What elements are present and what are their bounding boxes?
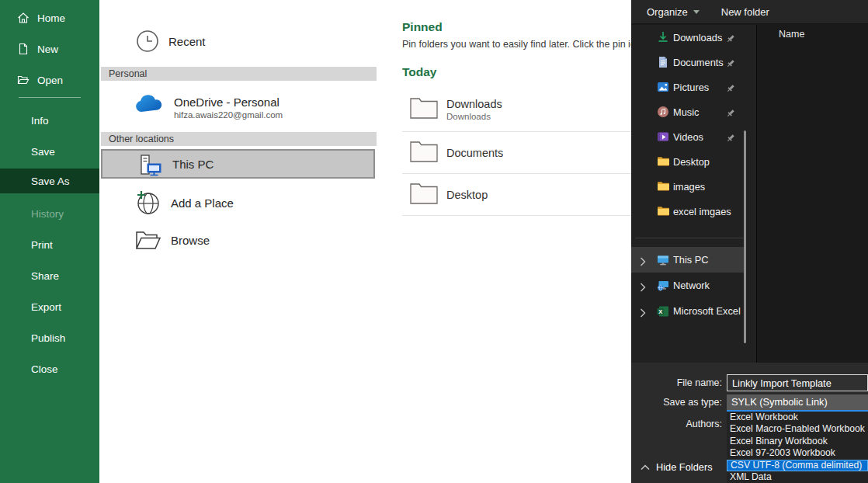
onedrive-cloud-icon xyxy=(134,95,163,115)
pinned-folder-documents[interactable]: Documents xyxy=(402,133,631,174)
save-as-type-label: Save as type: xyxy=(637,397,722,408)
name-column-header[interactable]: Name xyxy=(779,29,804,40)
dialog-footer: File name: Save as type: SYLK (Symbolic … xyxy=(631,363,868,483)
organize-button[interactable]: Organize xyxy=(647,6,700,18)
open-folder-icon xyxy=(17,74,30,86)
home-icon xyxy=(17,12,30,24)
add-a-place-label: Add a Place xyxy=(171,196,234,210)
recent-item[interactable]: Recent xyxy=(101,23,375,59)
sidebar-item-label: Open xyxy=(37,75,63,86)
nav-item-label: This PC xyxy=(673,254,709,266)
pin-icon[interactable] xyxy=(726,82,735,92)
sidebar-item-info[interactable]: Info xyxy=(0,109,99,132)
nav-item-network[interactable]: Network xyxy=(631,273,745,298)
browse-label: Browse xyxy=(171,234,210,247)
pinned-description: Pin folders you want to easily find late… xyxy=(402,39,641,50)
sidebar-item-label: Save xyxy=(31,146,55,158)
hide-folders-button[interactable]: Hide Folders xyxy=(641,460,713,474)
add-place-globe-icon xyxy=(135,190,160,215)
file-name-input[interactable] xyxy=(727,374,868,391)
type-option[interactable]: XML Data xyxy=(727,471,868,483)
nav-item-label: Desktop xyxy=(673,156,710,168)
pinned-heading: Pinned xyxy=(402,20,443,34)
sidebar-item-publish[interactable]: Publish xyxy=(0,326,99,349)
sidebar-item-home[interactable]: Home xyxy=(0,6,99,30)
sidebar-item-print[interactable]: Print xyxy=(0,233,99,256)
sidebar-item-open[interactable]: Open xyxy=(0,68,99,92)
chevron-right-icon[interactable] xyxy=(640,307,646,316)
nav-item-images[interactable]: images xyxy=(631,174,745,199)
nav-item-label: Microsoft Excel xyxy=(673,305,741,317)
sidebar-item-label: Save As xyxy=(31,175,70,187)
chevron-right-icon[interactable] xyxy=(640,255,646,265)
videos-icon xyxy=(657,130,669,143)
svg-text:X: X xyxy=(658,308,662,314)
this-pc-label: This PC xyxy=(172,158,214,171)
pin-icon[interactable] xyxy=(726,33,735,42)
nav-separator xyxy=(635,238,744,238)
folder-icon xyxy=(657,205,669,217)
nav-item-desktop[interactable]: Desktop xyxy=(631,149,745,174)
sidebar-item-label: New xyxy=(37,43,58,55)
chevron-down-icon xyxy=(693,10,700,14)
type-option-highlighted[interactable]: CSV UTF-8 (Comma delimited) xyxy=(727,460,868,471)
pin-icon[interactable] xyxy=(726,107,735,116)
dialog-navigation-pane: Downloads Documents Pictures xyxy=(631,25,756,363)
onedrive-item[interactable]: OneDrive - Personal hifza.awais220@gmail… xyxy=(101,85,375,127)
browse-item[interactable]: Browse xyxy=(101,224,375,256)
folder-icon xyxy=(657,155,669,168)
pinned-folder-text: Desktop xyxy=(446,189,488,201)
pinned-folder-subtitle: Downloads xyxy=(446,112,502,121)
nav-scrollbar[interactable] xyxy=(744,130,746,343)
sidebar-item-export[interactable]: Export xyxy=(0,295,99,318)
nav-item-music[interactable]: Music xyxy=(631,99,745,124)
save-as-type-combobox[interactable]: SYLK (Symbolic Link) xyxy=(727,394,868,410)
authors-label: Authors: xyxy=(637,419,722,429)
nav-item-label: Downloads xyxy=(673,32,722,43)
this-pc-monitor-icon xyxy=(657,254,669,266)
sidebar-item-save[interactable]: Save xyxy=(0,140,99,163)
backstage-sidebar: Home New Open Info Save Save As History … xyxy=(0,0,99,483)
new-folder-button[interactable]: New folder xyxy=(721,6,769,18)
nav-item-videos[interactable]: Videos xyxy=(631,124,745,149)
sidebar-item-save-as[interactable]: Save As xyxy=(0,169,99,193)
pinned-folder-title: Documents xyxy=(446,147,503,159)
sidebar-item-label: History xyxy=(31,208,64,220)
sidebar-item-label: Export xyxy=(31,301,61,313)
type-option[interactable]: Excel 97-2003 Workbook xyxy=(727,447,868,459)
nav-item-excel-imgaes[interactable]: excel imgaes xyxy=(631,199,745,224)
nav-item-label: Network xyxy=(673,280,710,291)
sidebar-item-close[interactable]: Close xyxy=(0,357,99,380)
nav-item-this-pc[interactable]: This PC xyxy=(631,247,745,273)
nav-item-label: excel imgaes xyxy=(673,206,731,217)
this-pc-item[interactable]: This PC xyxy=(101,149,375,179)
nav-item-documents[interactable]: Documents xyxy=(631,50,745,75)
onedrive-text: OneDrive - Personal hifza.awais220@gmail… xyxy=(174,90,283,124)
excel-app-icon: X xyxy=(657,305,669,318)
pin-icon[interactable] xyxy=(726,57,735,67)
sidebar-item-new[interactable]: New xyxy=(0,37,99,61)
nav-item-pictures[interactable]: Pictures xyxy=(631,75,745,99)
onedrive-email: hifza.awais220@gmail.com xyxy=(174,110,283,120)
pinned-folder-desktop[interactable]: Desktop xyxy=(402,175,631,216)
chevron-up-icon xyxy=(641,460,650,474)
type-option[interactable]: Excel Workbook xyxy=(727,412,868,423)
clock-icon xyxy=(136,30,159,53)
sidebar-divider xyxy=(19,97,81,98)
pinned-folder-downloads[interactable]: Downloads Downloads xyxy=(402,87,631,132)
add-a-place-item[interactable]: Add a Place xyxy=(101,186,375,219)
save-as-dialog: Organize New folder Downloads xyxy=(631,0,868,483)
type-option[interactable]: Excel Binary Workbook xyxy=(727,436,868,447)
downloads-icon xyxy=(657,31,669,43)
nav-item-downloads[interactable]: Downloads xyxy=(631,25,745,50)
type-option[interactable]: Excel Macro-Enabled Workbook xyxy=(727,423,868,435)
personal-section-header: Personal xyxy=(101,67,377,81)
pinned-folder-text: Documents xyxy=(446,147,503,159)
new-folder-label: New folder xyxy=(721,6,769,18)
pin-icon[interactable] xyxy=(726,132,735,141)
excel-backstage-save-as: Home New Open Info Save Save As History … xyxy=(0,0,868,483)
chevron-right-icon[interactable] xyxy=(640,281,646,290)
sidebar-item-share[interactable]: Share xyxy=(0,264,99,287)
nav-item-microsoft-excel[interactable]: X Microsoft Excel xyxy=(631,298,745,324)
hide-folders-label: Hide Folders xyxy=(656,461,713,473)
